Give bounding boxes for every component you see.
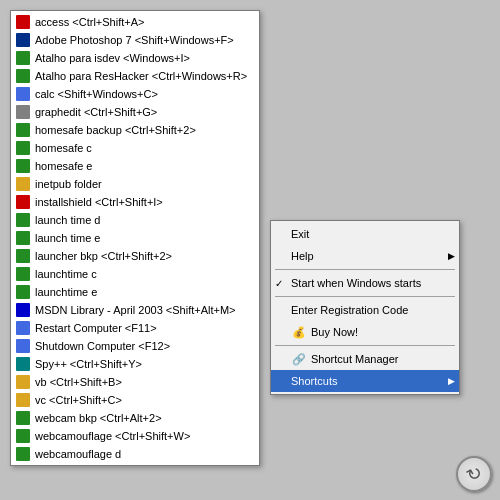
list-item-label: MSDN Library - April 2003 <Shift+Alt+M>	[35, 304, 236, 316]
list-item-label: webcamouflage d	[35, 448, 121, 460]
list-item-label: launcher bkp <Ctrl+Shift+2>	[35, 250, 172, 262]
list-item-label: Atalho para ResHacker <Ctrl+Windows+R>	[35, 70, 247, 82]
refresh-button[interactable]: ↻	[456, 456, 492, 492]
list-item-label: homesafe e	[35, 160, 92, 172]
list-item[interactable]: Atalho para isdev <Windows+I>	[11, 49, 259, 67]
app-icon	[15, 248, 31, 264]
list-item-label: Spy++ <Ctrl+Shift+Y>	[35, 358, 142, 370]
menu-item-label: Exit	[291, 228, 309, 240]
list-item-label: inetpub folder	[35, 178, 102, 190]
app-icon	[15, 266, 31, 282]
list-item-label: graphedit <Ctrl+Shift+G>	[35, 106, 157, 118]
app-icon	[15, 284, 31, 300]
list-item-label: launch time d	[35, 214, 100, 226]
list-item-label: calc <Shift+Windows+C>	[35, 88, 158, 100]
app-icon	[15, 320, 31, 336]
menu-item[interactable]: 💰Buy Now!	[271, 321, 459, 343]
app-icon	[15, 302, 31, 318]
list-item[interactable]: graphedit <Ctrl+Shift+G>	[11, 103, 259, 121]
menu-item[interactable]: Enter Registration Code	[271, 299, 459, 321]
submenu-arrow-icon: ▶	[448, 251, 455, 261]
list-item[interactable]: Adobe Photoshop 7 <Shift+Windows+F>	[11, 31, 259, 49]
program-list: access <Ctrl+Shift+A>Adobe Photoshop 7 <…	[10, 10, 260, 466]
app-icon	[15, 374, 31, 390]
list-item[interactable]: launchtime e	[11, 283, 259, 301]
list-item[interactable]: Shutdown Computer <F12>	[11, 337, 259, 355]
list-item[interactable]: launcher bkp <Ctrl+Shift+2>	[11, 247, 259, 265]
list-item-label: Adobe Photoshop 7 <Shift+Windows+F>	[35, 34, 234, 46]
menu-separator	[275, 296, 455, 297]
list-item[interactable]: webcamouflage <Ctrl+Shift+W>	[11, 427, 259, 445]
app-icon	[15, 356, 31, 372]
app-icon	[15, 68, 31, 84]
menu-separator	[275, 345, 455, 346]
app-icon	[15, 230, 31, 246]
menu-item[interactable]: Shortcuts▶	[271, 370, 459, 392]
checkmark-icon: ✓	[275, 278, 283, 289]
list-item-label: vb <Ctrl+Shift+B>	[35, 376, 122, 388]
list-item-label: installshield <Ctrl+Shift+I>	[35, 196, 163, 208]
app-icon	[15, 14, 31, 30]
list-item[interactable]: vc <Ctrl+Shift+C>	[11, 391, 259, 409]
submenu-arrow-icon: ▶	[448, 376, 455, 386]
app-icon	[15, 194, 31, 210]
list-item-label: homesafe backup <Ctrl+Shift+2>	[35, 124, 196, 136]
app-icon	[15, 86, 31, 102]
list-item[interactable]: Spy++ <Ctrl+Shift+Y>	[11, 355, 259, 373]
list-item[interactable]: Restart Computer <F11>	[11, 319, 259, 337]
menu-item[interactable]: ✓Start when Windows starts	[271, 272, 459, 294]
app-icon	[15, 140, 31, 156]
list-item-label: Shutdown Computer <F12>	[35, 340, 170, 352]
list-item[interactable]: inetpub folder	[11, 175, 259, 193]
list-item[interactable]: launch time e	[11, 229, 259, 247]
menu-separator	[275, 269, 455, 270]
list-item[interactable]: vb <Ctrl+Shift+B>	[11, 373, 259, 391]
list-item[interactable]: webcamouflage d	[11, 445, 259, 463]
list-item[interactable]: homesafe e	[11, 157, 259, 175]
app-icon	[15, 122, 31, 138]
list-item[interactable]: Atalho para ResHacker <Ctrl+Windows+R>	[11, 67, 259, 85]
app-icon	[15, 50, 31, 66]
menu-item-label: Shortcuts	[291, 375, 337, 387]
list-item[interactable]: launch time d	[11, 211, 259, 229]
menu-item[interactable]: Help▶	[271, 245, 459, 267]
list-item[interactable]: installshield <Ctrl+Shift+I>	[11, 193, 259, 211]
menu-item[interactable]: Exit	[271, 223, 459, 245]
list-item-label: webcam bkp <Ctrl+Alt+2>	[35, 412, 162, 424]
list-item[interactable]: homesafe c	[11, 139, 259, 157]
menu-item-icon: 🔗	[291, 351, 307, 367]
menu-item-icon: 💰	[291, 324, 307, 340]
list-item[interactable]: webcam bkp <Ctrl+Alt+2>	[11, 409, 259, 427]
refresh-icon: ↻	[462, 461, 486, 488]
list-item-label: launch time e	[35, 232, 100, 244]
app-icon	[15, 32, 31, 48]
list-item-label: access <Ctrl+Shift+A>	[35, 16, 144, 28]
menu-item-label: Shortcut Manager	[311, 353, 398, 365]
app-icon	[15, 410, 31, 426]
list-item[interactable]: calc <Shift+Windows+C>	[11, 85, 259, 103]
menu-item-label: Buy Now!	[311, 326, 358, 338]
menu-item-label: Help	[291, 250, 314, 262]
menu-item[interactable]: 🔗Shortcut Manager	[271, 348, 459, 370]
list-item-label: vc <Ctrl+Shift+C>	[35, 394, 122, 406]
app-icon	[15, 212, 31, 228]
app-icon	[15, 104, 31, 120]
list-item-label: Restart Computer <F11>	[35, 322, 157, 334]
app-icon	[15, 446, 31, 462]
list-item[interactable]: access <Ctrl+Shift+A>	[11, 13, 259, 31]
list-item[interactable]: MSDN Library - April 2003 <Shift+Alt+M>	[11, 301, 259, 319]
app-icon	[15, 158, 31, 174]
list-item[interactable]: launchtime c	[11, 265, 259, 283]
app-icon	[15, 176, 31, 192]
list-item-label: homesafe c	[35, 142, 92, 154]
app-icon	[15, 428, 31, 444]
list-item-label: launchtime e	[35, 286, 97, 298]
app-icon	[15, 392, 31, 408]
list-item-label: webcamouflage <Ctrl+Shift+W>	[35, 430, 190, 442]
context-menu: ExitHelp▶✓Start when Windows startsEnter…	[270, 220, 460, 395]
menu-item-label: Enter Registration Code	[291, 304, 408, 316]
app-icon	[15, 338, 31, 354]
list-item-label: Atalho para isdev <Windows+I>	[35, 52, 190, 64]
list-item[interactable]: homesafe backup <Ctrl+Shift+2>	[11, 121, 259, 139]
menu-item-label: Start when Windows starts	[291, 277, 421, 289]
